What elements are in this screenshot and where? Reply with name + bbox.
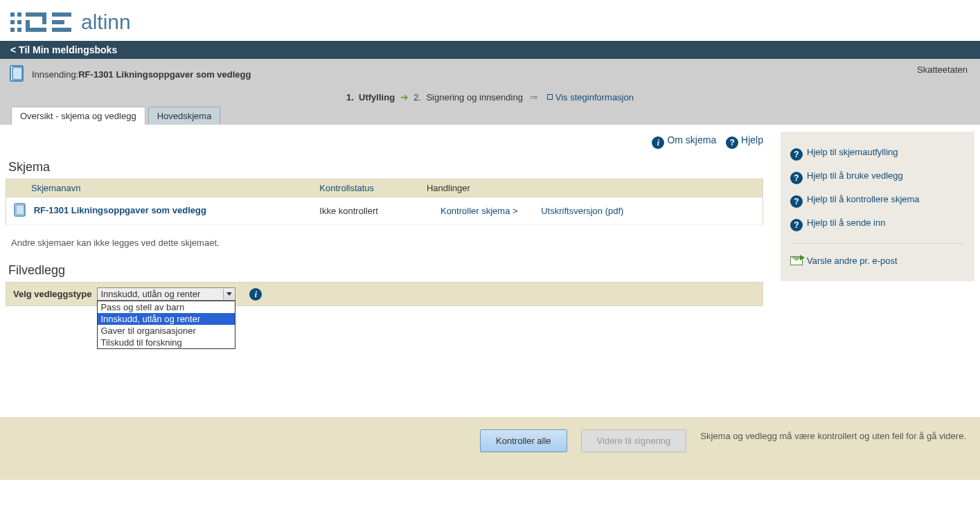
footer-note: Skjema og vedlegg må være kontrollert og… <box>700 429 966 443</box>
help-send-link[interactable]: ?Hjelp til å sende inn <box>790 217 885 228</box>
document-icon <box>13 208 30 219</box>
tab-bar: Oversikt - skjema og vedlegg Hovedskjema <box>8 107 972 125</box>
svg-rect-9 <box>26 28 46 32</box>
attachment-type-dropdown: Pass og stell av barn Innskudd, utlån og… <box>97 301 235 349</box>
svg-rect-11 <box>52 20 64 24</box>
svg-rect-16 <box>16 205 24 215</box>
schema-table: Skjemanavn Kontrollstatus Handlinger RF-… <box>6 179 763 225</box>
help-check-link[interactable]: ?Hjelp til å kontrollere skjema <box>790 194 920 204</box>
notify-email-link[interactable]: Varsle andre pr. e-post <box>790 256 898 266</box>
info-icon: i <box>652 136 664 149</box>
check-schema-link[interactable]: Kontroller skjema > <box>440 206 518 216</box>
step-1: 1. Utfylling <box>346 92 395 103</box>
submission-title: Innsending:RF-1301 Likningsoppgaver som … <box>32 69 251 80</box>
schema-note: Andre skjemaer kan ikke legges ved dette… <box>6 225 763 260</box>
dropdown-option[interactable]: Innskudd, utlån og renter <box>98 313 235 325</box>
attachment-type-label: Velg vedleggstype <box>13 289 91 299</box>
about-schema-link[interactable]: iOm skjema <box>652 134 716 145</box>
select-value: Innskudd, utlån og renter <box>100 289 200 299</box>
svg-rect-4 <box>10 28 15 32</box>
svg-rect-3 <box>17 20 21 24</box>
help-sidebar: ?Hjelp til skjemautfylling ?Hjelp til å … <box>781 132 974 281</box>
schema-section-title: Skjema <box>6 160 763 175</box>
svg-rect-8 <box>42 12 46 24</box>
col-schema-name[interactable]: Skjemanavn <box>6 179 313 197</box>
help-link[interactable]: ?Hjelp <box>726 134 763 145</box>
svg-rect-2 <box>10 20 15 24</box>
footer-bar: Kontroller alle Videre til signering Skj… <box>0 417 980 480</box>
attachment-type-select[interactable]: Innskudd, utlån og renter Pass og stell … <box>97 287 235 301</box>
svg-rect-1 <box>17 12 21 17</box>
logo-text: altinn <box>81 10 131 34</box>
expand-icon <box>547 94 553 100</box>
top-links: iOm skjema ?Hjelp <box>6 132 763 157</box>
svg-rect-14 <box>12 67 22 80</box>
col-actions: Handlinger <box>420 179 763 197</box>
svg-rect-5 <box>17 28 21 32</box>
back-navbar: < Til Min meldingsboks <box>0 41 980 59</box>
show-step-info-link[interactable]: Vis steginformasjon <box>547 92 634 103</box>
tab-main-schema[interactable]: Hovedskjema <box>148 107 221 125</box>
proceed-signing-button: Videre til signering <box>581 429 687 452</box>
agency-label: Skatteetaten <box>917 64 968 75</box>
title-prefix: Innsending: <box>32 69 78 80</box>
help-icon: ? <box>726 136 738 149</box>
dropdown-option[interactable]: Gaver til organisasjoner <box>98 325 235 337</box>
table-row: RF-1301 Likningsoppgaver som vedlegg Ikk… <box>6 197 763 225</box>
help-icon: ? <box>790 172 803 184</box>
info-icon[interactable]: i <box>249 288 262 301</box>
step-indicator: 1. Utfylling ➜ 2. Signering og innsendin… <box>8 84 972 107</box>
control-status-value: Ikke kontrollert <box>312 197 420 225</box>
attachments-section-title: Filvedlegg <box>6 263 763 278</box>
header: altinn <box>0 0 980 41</box>
help-icon: ? <box>790 219 803 231</box>
attachment-type-row: Velg vedleggstype Innskudd, utlån og ren… <box>6 282 763 306</box>
title-area: Innsending:RF-1301 Likningsoppgaver som … <box>0 59 980 125</box>
title-name: RF-1301 Likningsoppgaver som vedlegg <box>78 69 251 80</box>
altinn-logo: altinn <box>10 10 970 34</box>
back-link[interactable]: < Til Min meldingsboks <box>10 44 117 55</box>
chevron-down-icon <box>223 289 234 299</box>
document-icon <box>8 64 26 84</box>
col-control-status[interactable]: Kontrollstatus <box>312 179 420 197</box>
help-icon: ? <box>790 195 803 208</box>
svg-rect-0 <box>10 12 15 17</box>
schema-name-link[interactable]: RF-1301 Likningsoppgaver som vedlegg <box>34 205 206 215</box>
tab-overview[interactable]: Oversikt - skjema og vedlegg <box>11 107 145 125</box>
svg-rect-12 <box>52 28 71 32</box>
logo-mark-icon <box>10 11 73 33</box>
help-fill-link[interactable]: ?Hjelp til skjemautfylling <box>790 147 898 157</box>
mail-icon <box>790 256 803 265</box>
svg-rect-10 <box>52 12 71 17</box>
check-all-button[interactable]: Kontroller alle <box>480 429 567 452</box>
dropdown-option[interactable]: Pass og stell av barn <box>98 301 235 313</box>
help-icon: ? <box>790 148 803 161</box>
help-attach-link[interactable]: ?Hjelp til å bruke vedlegg <box>790 170 903 181</box>
dropdown-option[interactable]: Tilskudd til forskning <box>98 337 235 348</box>
print-version-link[interactable]: Utskriftsversjon (pdf) <box>541 206 623 216</box>
arrow-right-icon: ➜ <box>400 91 409 103</box>
back-link-label: Til Min meldingsboks <box>19 44 117 55</box>
arrow-right-icon: ⇒ <box>530 91 538 103</box>
main-content: iOm skjema ?Hjelp Skjema Skjemanavn Kont… <box>6 132 763 306</box>
step-2: 2. Signering og innsending <box>413 92 523 103</box>
